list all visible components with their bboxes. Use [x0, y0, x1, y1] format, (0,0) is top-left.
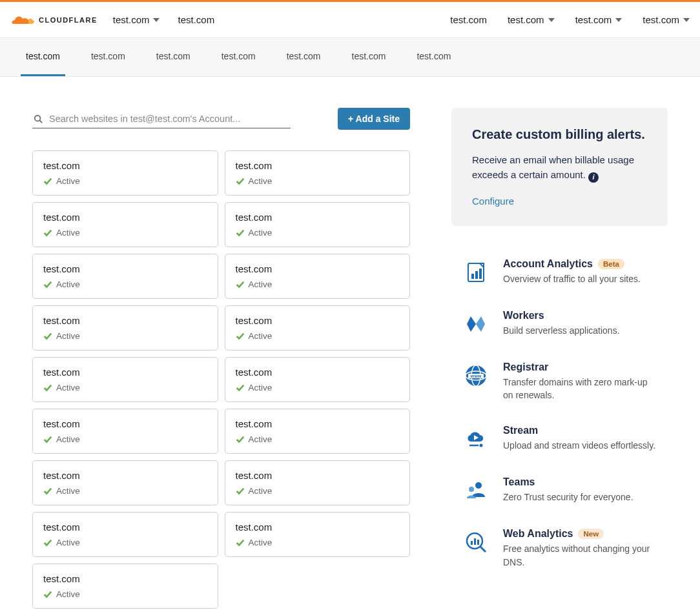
subnav-tab-5[interactable]: test.com [347, 38, 391, 76]
search-box[interactable] [32, 110, 291, 128]
site-card[interactable]: test.comActive [32, 409, 218, 454]
site-name: test.com [43, 367, 207, 378]
feature-item-analytics[interactable]: Account AnalyticsBetaOverview of traffic… [462, 247, 657, 298]
svg-point-17 [469, 487, 474, 492]
header-right-item-3[interactable]: test.com [643, 14, 690, 25]
feature-description: Free analytics without changing your DNS… [503, 542, 657, 569]
header-left-item-1[interactable]: test.com [178, 14, 214, 25]
site-status: Active [236, 228, 400, 238]
feature-description: Zero Trust security for everyone. [503, 491, 657, 503]
header-right-item-label: test.com [575, 14, 612, 25]
feature-item-workers[interactable]: WorkersBuild serverless applications. [462, 298, 657, 350]
site-status: Active [43, 589, 207, 599]
subnav-tab-0[interactable]: test.com [21, 38, 65, 76]
site-card[interactable]: test.comActive [32, 202, 218, 247]
subnav-tab-1[interactable]: test.com [86, 38, 130, 76]
site-status-label: Active [56, 538, 80, 547]
subnav-tab-3[interactable]: test.com [216, 38, 261, 76]
site-card[interactable]: test.comActive [225, 254, 411, 299]
site-name: test.com [236, 418, 400, 429]
site-card[interactable]: test.comActive [32, 254, 218, 299]
registrar-icon: WWW [462, 361, 490, 390]
promo-desc-text: Receive an email when billable usage exc… [472, 154, 634, 180]
site-card[interactable]: test.comActive [225, 409, 411, 454]
site-status-label: Active [56, 486, 80, 496]
feature-title-text: Teams [503, 476, 535, 488]
site-status-label: Active [249, 486, 273, 496]
check-icon [43, 487, 52, 496]
svg-rect-3 [471, 274, 474, 279]
svg-line-1 [40, 120, 43, 123]
check-icon [43, 280, 52, 289]
feature-title-text: Account Analytics [503, 258, 593, 270]
site-name: test.com [43, 470, 207, 481]
svg-line-19 [480, 547, 486, 552]
site-status-label: Active [56, 331, 80, 341]
feature-description: Upload and stream videos effortlessly. [503, 439, 657, 452]
site-status-label: Active [249, 538, 273, 547]
header-right-item-0[interactable]: test.com [450, 14, 487, 25]
feature-body: Web AnalyticsNewFree analytics without c… [503, 528, 657, 569]
info-icon[interactable]: i [588, 172, 599, 183]
logo[interactable]: CLOUDFLARE [10, 12, 98, 28]
header-left-item-0[interactable]: test.com [113, 14, 160, 25]
badge-new: New [578, 529, 604, 539]
site-name: test.com [43, 522, 207, 533]
header-right-item-2[interactable]: test.com [575, 14, 623, 25]
site-card[interactable]: test.comActive [225, 305, 411, 351]
promo-description: Receive an email when billable usage exc… [472, 152, 647, 183]
subnav-tab-2[interactable]: test.com [151, 38, 196, 76]
logo-text: CLOUDFLARE [39, 16, 98, 24]
site-status: Active [236, 538, 400, 547]
site-card[interactable]: test.comActive [225, 150, 411, 196]
search-input[interactable] [49, 114, 289, 124]
site-name: test.com [236, 522, 400, 533]
main-content: + Add a Site test.comActivetest.comActiv… [0, 77, 700, 610]
right-column: Create custom billing alerts. Receive an… [451, 108, 668, 580]
feature-item-stream[interactable]: StreamUpload and stream videos effortles… [462, 413, 657, 465]
header-left-item-label: test.com [178, 14, 214, 25]
feature-body: Account AnalyticsBetaOverview of traffic… [503, 258, 657, 287]
site-card[interactable]: test.comActive [32, 357, 218, 402]
add-site-button[interactable]: + Add a Site [338, 108, 410, 130]
site-card[interactable]: test.comActive [32, 564, 218, 609]
cloudflare-logo-icon [10, 12, 37, 28]
site-status-label: Active [56, 434, 80, 444]
check-icon [43, 590, 52, 599]
check-icon [43, 229, 52, 238]
feature-title-text: Registrar [503, 361, 548, 373]
check-icon [43, 177, 52, 186]
site-name: test.com [43, 160, 207, 171]
configure-link[interactable]: Configure [472, 196, 647, 207]
subnav-tab-6[interactable]: test.com [411, 38, 456, 76]
feature-title: Web AnalyticsNew [503, 528, 657, 540]
site-status: Active [43, 434, 207, 444]
site-card[interactable]: test.comActive [225, 202, 411, 247]
site-card[interactable]: test.comActive [225, 357, 411, 402]
feature-item-teams[interactable]: TeamsZero Trust security for everyone. [462, 465, 657, 516]
site-name: test.com [236, 263, 400, 274]
check-icon [236, 280, 245, 289]
feature-body: TeamsZero Trust security for everyone. [503, 476, 657, 505]
feature-item-registrar[interactable]: WWWRegistrarTransfer domains with zero m… [462, 350, 657, 414]
site-name: test.com [236, 470, 400, 481]
site-card[interactable]: test.comActive [32, 150, 218, 196]
site-card[interactable]: test.comActive [32, 512, 218, 557]
site-name: test.com [236, 315, 400, 326]
site-status-label: Active [249, 228, 273, 238]
check-icon [236, 383, 245, 392]
header-right-item-1[interactable]: test.com [508, 14, 555, 25]
site-card[interactable]: test.comActive [225, 460, 411, 505]
site-card[interactable]: test.comActive [32, 460, 218, 505]
site-status-label: Active [249, 331, 273, 341]
site-card[interactable]: test.comActive [32, 305, 218, 351]
svg-rect-5 [479, 269, 482, 279]
site-card[interactable]: test.comActive [225, 512, 411, 557]
feature-item-webanalytics[interactable]: Web AnalyticsNewFree analytics without c… [462, 516, 657, 580]
feature-title-text: Web Analytics [503, 528, 573, 540]
check-icon [236, 538, 245, 547]
site-status: Active [236, 280, 400, 289]
svg-rect-20 [471, 541, 473, 545]
site-name: test.com [236, 212, 400, 223]
subnav-tab-4[interactable]: test.com [282, 38, 326, 76]
